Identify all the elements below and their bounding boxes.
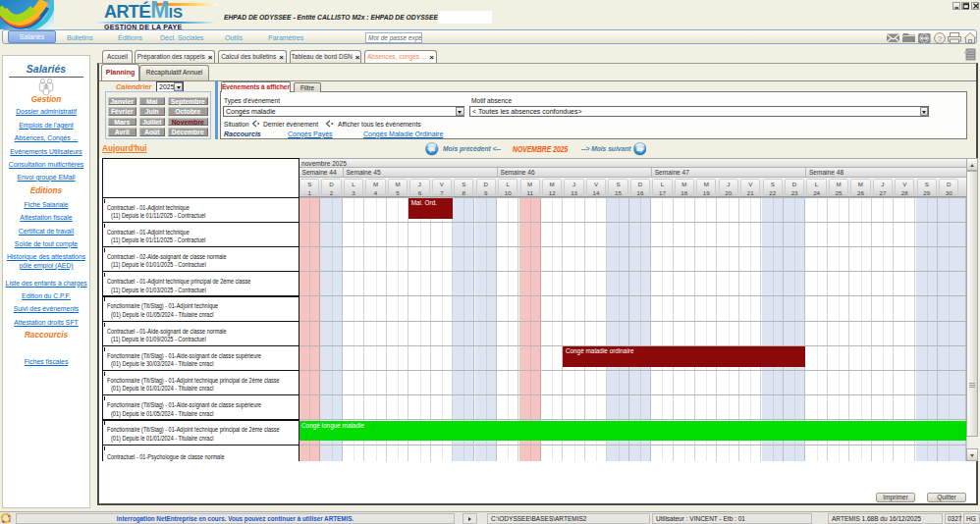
- svg-text:?: ?: [938, 34, 943, 43]
